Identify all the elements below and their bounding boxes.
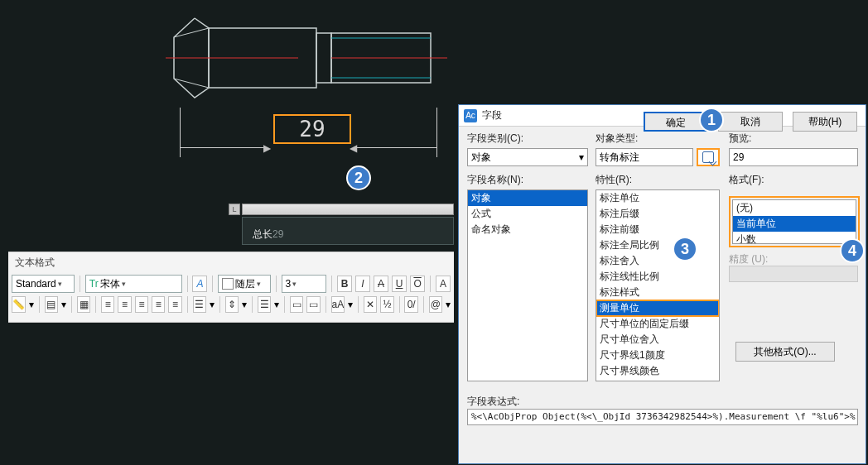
preview-label: 预览: [729, 132, 858, 146]
linespace-button[interactable]: ⇕ [225, 296, 239, 313]
other-format-button[interactable]: 其他格式(O)... [735, 342, 835, 362]
list-item[interactable]: 标注舍入 [596, 253, 719, 269]
list-item[interactable]: 公式 [468, 206, 587, 222]
name-label: 字段名称(N): [467, 173, 588, 187]
columns-button[interactable]: ▤ [45, 296, 58, 313]
italic-button[interactable]: I [355, 276, 370, 292]
dimension-highlight: 29 [273, 114, 351, 144]
list-item[interactable]: 尺寸单位舍入 [596, 332, 719, 348]
text-ruler[interactable] [242, 204, 454, 215]
ruler-button[interactable]: 📏 [12, 296, 26, 313]
objtype-field: 转角标注 [596, 148, 693, 166]
annotative-button[interactable]: A [192, 276, 207, 292]
mtext-field-value: 29 [272, 228, 283, 240]
list-item[interactable]: 标注线性比例 [596, 269, 719, 285]
badge-4: 4 [840, 238, 865, 263]
list-item[interactable]: 标注后缀 [596, 206, 719, 222]
dim-line-right [354, 147, 437, 148]
case-button[interactable]: aA [331, 296, 345, 313]
mtext-editor[interactable]: 总长29 [242, 217, 454, 245]
dimension-value: 29 [299, 117, 325, 141]
list-item[interactable]: 尺寸界线颜色 [596, 363, 719, 379]
format-listbox[interactable]: (无)当前单位小数建筑工程 [732, 199, 856, 244]
objtype-label: 对象类型: [596, 132, 720, 146]
color-combo[interactable]: 随层▾ [218, 275, 270, 293]
badge-1: 1 [699, 108, 724, 132]
align-justify-button[interactable]: ≡ [152, 296, 165, 313]
list-item[interactable]: 标注全局比例 [596, 237, 719, 253]
list-item[interactable]: 小数 [733, 232, 856, 244]
mask-button[interactable]: ▦ [77, 296, 90, 313]
clear-button[interactable]: ✕ [364, 296, 377, 313]
list-item[interactable]: (无) [733, 200, 856, 216]
list-item[interactable]: 尺寸界线1颜度 [596, 348, 719, 363]
align-dist-button[interactable]: ≡ [168, 296, 181, 313]
dim-ext-right [436, 108, 437, 157]
list-item[interactable]: 对象 [468, 190, 587, 206]
pick-object-button[interactable] [697, 148, 720, 166]
precision-label: 精度 (U): [729, 252, 768, 266]
toolbar-title: 文本格式 [8, 252, 454, 273]
dim-arrow-right: ◀ [350, 142, 357, 154]
badge-2: 2 [346, 165, 371, 190]
format-highlight: (无)当前单位小数建筑工程 [729, 196, 860, 247]
list-item[interactable]: 标注样式 [596, 285, 719, 300]
field-button[interactable]: ▭ [290, 296, 303, 313]
category-label: 字段类别(C): [467, 132, 588, 146]
ruler-margin-icon[interactable]: L [229, 204, 240, 215]
dim-ext-left [180, 108, 181, 157]
list-item[interactable]: 测量单位 [596, 300, 719, 316]
underline-button[interactable]: U [392, 276, 407, 292]
category-combo[interactable]: 对象▾ [467, 148, 588, 166]
props-listbox[interactable]: 标注单位标注后缀标注前缀标注全局比例标注舍入标注线性比例标注样式测量单位尺寸单位… [596, 189, 720, 381]
align-center-button[interactable]: ≡ [118, 296, 131, 313]
dim-line-left [181, 147, 263, 148]
font-combo[interactable]: Tr宋体▾ [85, 275, 182, 293]
help-button[interactable]: 帮助(H) [793, 112, 857, 132]
svg-rect-3 [316, 33, 331, 83]
symbol-button[interactable]: ▭ [306, 296, 320, 313]
numbering-button[interactable]: ☰ [258, 296, 271, 313]
bold-button[interactable]: B [337, 276, 352, 292]
list-item[interactable]: 命名对象 [468, 222, 587, 237]
list-item[interactable]: 尺寸线 1 [596, 379, 719, 381]
list-item[interactable]: 当前单位 [733, 216, 856, 232]
height-combo[interactable]: 3▾ [282, 275, 327, 293]
text-format-toolbar: 文本格式 Standard▾ Tr宋体▾ A 随层▾ 3▾ B I A U O … [8, 252, 454, 323]
badge-3: 3 [673, 237, 697, 261]
pick-icon [702, 151, 714, 163]
stack-button[interactable]: ½ [380, 296, 393, 313]
bullets-button[interactable]: ☰ [193, 296, 206, 313]
expr-field: %<\AcObjProp Object(%<\_ObjId 3736342982… [467, 409, 858, 425]
symbol2-button[interactable]: @ [429, 296, 442, 313]
strike-button[interactable]: A [374, 276, 388, 292]
oblique-button[interactable]: 0/ [404, 296, 417, 313]
list-item[interactable]: 标注单位 [596, 190, 719, 206]
expr-label: 字段表达式: [467, 395, 519, 409]
props-label: 特性(R): [596, 173, 720, 187]
align-right-button[interactable]: ≡ [135, 296, 148, 313]
dim-arrow-left: ▶ [263, 142, 271, 154]
align-left-button[interactable]: ≡ [101, 296, 114, 313]
preview-field: 29 [729, 148, 858, 166]
list-item[interactable]: 标注前缀 [596, 222, 719, 237]
mtext-prefix: 总长 [253, 228, 272, 240]
field-dialog: Ac 字段 × 字段类别(C): 对象▾ 字段名称(N): 对象 公式 命名对象… [458, 104, 866, 464]
app-icon: Ac [464, 109, 477, 122]
style-combo[interactable]: Standard▾ [12, 275, 75, 293]
precision-combo [729, 266, 858, 282]
format-a-button[interactable]: A [436, 276, 451, 292]
name-listbox[interactable]: 对象 公式 命名对象 [467, 189, 588, 381]
bolt-drawing [166, 8, 447, 116]
format-label: 格式(F): [729, 173, 858, 187]
list-item[interactable]: 尺寸单位的固定后缀 [596, 316, 719, 332]
cancel-button[interactable]: 取消 [718, 112, 783, 132]
overline-button[interactable]: O [410, 276, 425, 292]
